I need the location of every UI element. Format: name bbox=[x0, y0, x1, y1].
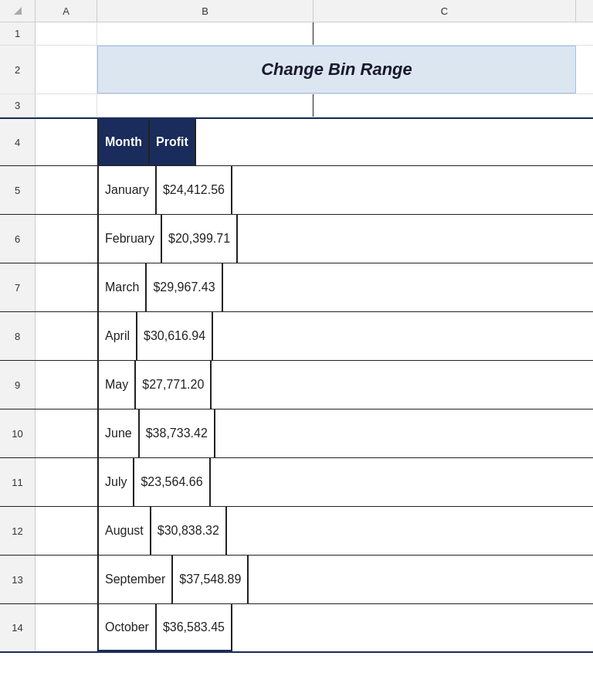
cell-2a[interactable] bbox=[36, 46, 97, 93]
profit-cell-2[interactable]: $29,967.43 bbox=[147, 263, 222, 311]
row-num-12: 12 bbox=[0, 507, 36, 555]
title-merged: Change Bin Range bbox=[97, 46, 576, 93]
row-1: 1 bbox=[0, 22, 593, 46]
month-cell-4[interactable]: May bbox=[97, 361, 136, 409]
col-header-b: B bbox=[97, 0, 313, 22]
col-header-a: A bbox=[36, 0, 97, 22]
cell-12a[interactable] bbox=[36, 507, 97, 555]
profit-cell-0[interactable]: $24,412.56 bbox=[157, 166, 232, 214]
cell-4a[interactable] bbox=[36, 119, 97, 165]
row-num-6: 6 bbox=[0, 215, 36, 263]
row-num-4: 4 bbox=[0, 119, 36, 165]
row-num-8: 8 bbox=[0, 312, 36, 360]
data-rows-container: 5 January $24,412.56 6 February $20,399.… bbox=[0, 166, 593, 653]
month-cell-8[interactable]: September bbox=[97, 556, 173, 603]
cell-6a[interactable] bbox=[36, 215, 97, 263]
cell-3c[interactable] bbox=[313, 94, 576, 117]
table-row: 5 January $24,412.56 bbox=[0, 166, 593, 215]
cell-5a[interactable] bbox=[36, 166, 97, 214]
row-num-9: 9 bbox=[0, 361, 36, 409]
svg-marker-0 bbox=[14, 7, 22, 15]
profit-cell-8[interactable]: $37,548.89 bbox=[173, 556, 249, 603]
table-row: 14 October $36,583.45 bbox=[0, 604, 593, 653]
month-cell-3[interactable]: April bbox=[97, 312, 137, 360]
cell-7a[interactable] bbox=[36, 263, 97, 311]
table-header-row: 4 Month Profit bbox=[0, 117, 593, 166]
profit-cell-3[interactable]: $30,616.94 bbox=[137, 312, 213, 360]
table-row: 9 May $27,771.20 bbox=[0, 361, 593, 409]
month-cell-5[interactable]: June bbox=[97, 409, 140, 457]
cell-1a[interactable] bbox=[36, 22, 97, 45]
row-num-14: 14 bbox=[0, 604, 36, 651]
profit-cell-5[interactable]: $38,733.42 bbox=[140, 409, 215, 457]
row-3: 3 bbox=[0, 94, 593, 117]
table-row: 11 July $23,564.66 bbox=[0, 458, 593, 507]
month-cell-2[interactable]: March bbox=[97, 263, 147, 311]
row-num-1: 1 bbox=[0, 22, 36, 45]
profit-cell-9[interactable]: $36,583.45 bbox=[157, 604, 232, 651]
cell-1c[interactable] bbox=[313, 22, 576, 45]
row-num-7: 7 bbox=[0, 263, 36, 311]
table-row: 8 April $30,616.94 bbox=[0, 312, 593, 361]
cell-11a[interactable] bbox=[36, 458, 97, 506]
month-cell-0[interactable]: January bbox=[97, 166, 157, 214]
row-num-10: 10 bbox=[0, 409, 36, 457]
table-row: 7 March $29,967.43 bbox=[0, 263, 593, 312]
profit-cell-6[interactable]: $23,564.66 bbox=[134, 458, 210, 506]
month-cell-1[interactable]: February bbox=[97, 215, 162, 263]
month-cell-9[interactable]: October bbox=[97, 604, 157, 651]
spreadsheet: A B C 1 2 Change Bin Range 3 4 Month Pro… bbox=[0, 0, 593, 700]
row-num-2: 2 bbox=[0, 46, 36, 93]
profit-cell-7[interactable]: $30,838.32 bbox=[151, 507, 227, 555]
table-row: 6 February $20,399.71 bbox=[0, 215, 593, 263]
row-num-3: 3 bbox=[0, 94, 36, 117]
month-cell-7[interactable]: August bbox=[97, 507, 151, 555]
cell-10a[interactable] bbox=[36, 409, 97, 457]
row-num-5: 5 bbox=[0, 166, 36, 214]
profit-header: Profit bbox=[150, 119, 196, 165]
profit-cell-4[interactable]: $27,771.20 bbox=[136, 361, 212, 409]
cell-8a[interactable] bbox=[36, 312, 97, 360]
row-num-11: 11 bbox=[0, 458, 36, 506]
cell-1b[interactable] bbox=[97, 22, 313, 45]
corner-cell bbox=[0, 0, 36, 22]
spreadsheet-title: Change Bin Range bbox=[97, 46, 576, 93]
table-row: 12 August $30,838.32 bbox=[0, 507, 593, 556]
profit-cell-1[interactable]: $20,399.71 bbox=[162, 215, 238, 263]
cell-14a[interactable] bbox=[36, 604, 97, 651]
column-headers: A B C bbox=[0, 0, 593, 22]
cell-13a[interactable] bbox=[36, 556, 97, 603]
cell-3a[interactable] bbox=[36, 94, 97, 117]
table-row: 13 September $37,548.89 bbox=[0, 556, 593, 604]
row-2: 2 Change Bin Range bbox=[0, 46, 593, 94]
month-header: Month bbox=[97, 119, 150, 165]
table-row: 10 June $38,733.42 bbox=[0, 409, 593, 458]
cell-3b[interactable] bbox=[97, 94, 313, 117]
col-header-c: C bbox=[313, 0, 576, 22]
month-cell-6[interactable]: July bbox=[97, 458, 134, 506]
cell-9a[interactable] bbox=[36, 361, 97, 409]
row-num-13: 13 bbox=[0, 556, 36, 603]
